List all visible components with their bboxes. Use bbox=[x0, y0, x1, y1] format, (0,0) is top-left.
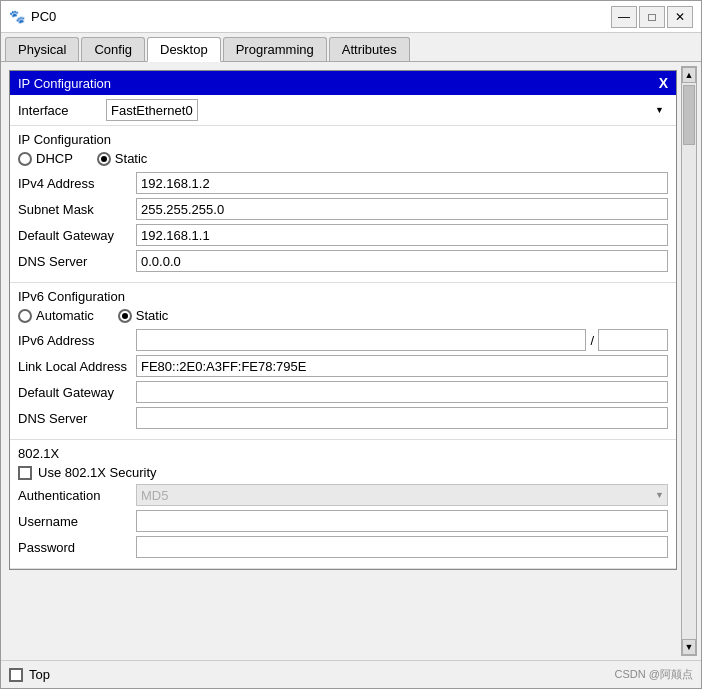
subnet-mask-row: Subnet Mask bbox=[18, 198, 668, 220]
ipv4-address-row: IPv4 Address bbox=[18, 172, 668, 194]
password-row: Password bbox=[18, 536, 668, 558]
ip-config-close-button[interactable]: X bbox=[659, 75, 668, 91]
static-radio[interactable] bbox=[97, 152, 111, 166]
window-close-button[interactable]: ✕ bbox=[667, 6, 693, 28]
dns-server-row: DNS Server bbox=[18, 250, 668, 272]
content-area: IP Configuration X Interface FastEtherne… bbox=[1, 62, 701, 660]
minimize-button[interactable]: — bbox=[611, 6, 637, 28]
ipv6-prefix-input[interactable] bbox=[598, 329, 668, 351]
app-icon: 🐾 bbox=[9, 9, 25, 25]
scrollbar-thumb[interactable] bbox=[683, 85, 695, 145]
ipv4-radio-row: DHCP Static bbox=[18, 151, 668, 166]
subnet-mask-label: Subnet Mask bbox=[18, 202, 128, 217]
ip-config-box: IP Configuration X Interface FastEtherne… bbox=[9, 70, 677, 570]
tab-programming[interactable]: Programming bbox=[223, 37, 327, 61]
ipv4-section: IP Configuration DHCP Static IPv4 Addres… bbox=[10, 126, 676, 283]
title-bar-left: 🐾 PC0 bbox=[9, 9, 56, 25]
ipv6-static-label: Static bbox=[136, 308, 169, 323]
interface-select[interactable]: FastEthernet0 bbox=[106, 99, 198, 121]
ipv6-auto-label: Automatic bbox=[36, 308, 94, 323]
window: 🐾 PC0 — □ ✕ Physical Config Desktop Prog… bbox=[0, 0, 702, 689]
use-dot1x-row: Use 802.1X Security bbox=[18, 465, 668, 480]
ipv6-auto-option[interactable]: Automatic bbox=[18, 308, 94, 323]
watermark: CSDN @阿颠点 bbox=[615, 667, 693, 682]
interface-row: Interface FastEthernet0 bbox=[10, 95, 676, 126]
scrollbar-track[interactable] bbox=[682, 83, 696, 639]
interface-label: Interface bbox=[18, 103, 98, 118]
auth-select-wrapper: MD5 bbox=[136, 484, 668, 506]
maximize-button[interactable]: □ bbox=[639, 6, 665, 28]
static-option[interactable]: Static bbox=[97, 151, 148, 166]
dns-server-input[interactable] bbox=[136, 250, 668, 272]
ipv6-gateway-label: Default Gateway bbox=[18, 385, 128, 400]
password-label: Password bbox=[18, 540, 128, 555]
title-controls: — □ ✕ bbox=[611, 6, 693, 28]
ipv4-address-label: IPv4 Address bbox=[18, 176, 128, 191]
interface-select-wrapper: FastEthernet0 bbox=[106, 99, 668, 121]
tabs-bar: Physical Config Desktop Programming Attr… bbox=[1, 33, 701, 62]
dot1x-section: 802.1X Use 802.1X Security Authenticatio… bbox=[10, 440, 676, 569]
username-row: Username bbox=[18, 510, 668, 532]
ipv4-address-input[interactable] bbox=[136, 172, 668, 194]
default-gateway-row: Default Gateway bbox=[18, 224, 668, 246]
ipv6-section-title: IPv6 Configuration bbox=[18, 289, 668, 304]
password-input[interactable] bbox=[136, 536, 668, 558]
ip-config-title: IP Configuration bbox=[18, 76, 111, 91]
dot1x-title: 802.1X bbox=[18, 446, 668, 461]
default-gateway-label: Default Gateway bbox=[18, 228, 128, 243]
auth-label: Authentication bbox=[18, 488, 128, 503]
dhcp-radio[interactable] bbox=[18, 152, 32, 166]
ipv6-dns-label: DNS Server bbox=[18, 411, 128, 426]
ipv6-address-input[interactable] bbox=[136, 329, 586, 351]
tab-config[interactable]: Config bbox=[81, 37, 145, 61]
top-label: Top bbox=[29, 667, 50, 682]
use-dot1x-checkbox[interactable] bbox=[18, 466, 32, 480]
link-local-row: Link Local Address bbox=[18, 355, 668, 377]
ipv6-section: IPv6 Configuration Automatic Static IPv6… bbox=[10, 283, 676, 440]
ipv6-static-radio[interactable] bbox=[118, 309, 132, 323]
tab-physical[interactable]: Physical bbox=[5, 37, 79, 61]
tab-desktop[interactable]: Desktop bbox=[147, 37, 221, 62]
ipv6-address-row: IPv6 Address / bbox=[18, 329, 668, 351]
tab-attributes[interactable]: Attributes bbox=[329, 37, 410, 61]
title-bar: 🐾 PC0 — □ ✕ bbox=[1, 1, 701, 33]
dns-server-label: DNS Server bbox=[18, 254, 128, 269]
username-input[interactable] bbox=[136, 510, 668, 532]
ipv6-address-label: IPv6 Address bbox=[18, 333, 128, 348]
bottom-bar: Top CSDN @阿颠点 bbox=[1, 660, 701, 688]
subnet-mask-input[interactable] bbox=[136, 198, 668, 220]
ipv6-slash: / bbox=[590, 333, 594, 348]
auth-select[interactable]: MD5 bbox=[136, 484, 668, 506]
ipv6-gateway-input[interactable] bbox=[136, 381, 668, 403]
top-checkbox[interactable] bbox=[9, 668, 23, 682]
ipv6-gateway-row: Default Gateway bbox=[18, 381, 668, 403]
top-checkbox-row: Top bbox=[9, 667, 50, 682]
dhcp-label: DHCP bbox=[36, 151, 73, 166]
auth-row: Authentication MD5 bbox=[18, 484, 668, 506]
link-local-label: Link Local Address bbox=[18, 359, 128, 374]
dhcp-option[interactable]: DHCP bbox=[18, 151, 73, 166]
main-panel: IP Configuration X Interface FastEtherne… bbox=[5, 66, 681, 656]
use-dot1x-label: Use 802.1X Security bbox=[38, 465, 157, 480]
username-label: Username bbox=[18, 514, 128, 529]
ipv6-radio-row: Automatic Static bbox=[18, 308, 668, 323]
default-gateway-input[interactable] bbox=[136, 224, 668, 246]
scroll-up-button[interactable]: ▲ bbox=[682, 67, 696, 83]
scrollbar[interactable]: ▲ ▼ bbox=[681, 66, 697, 656]
window-title: PC0 bbox=[31, 9, 56, 24]
ipv6-dns-row: DNS Server bbox=[18, 407, 668, 429]
link-local-input[interactable] bbox=[136, 355, 668, 377]
ipv6-static-option[interactable]: Static bbox=[118, 308, 169, 323]
ip-config-header: IP Configuration X bbox=[10, 71, 676, 95]
ipv4-section-title: IP Configuration bbox=[18, 132, 668, 147]
scroll-down-button[interactable]: ▼ bbox=[682, 639, 696, 655]
static-label: Static bbox=[115, 151, 148, 166]
ipv6-auto-radio[interactable] bbox=[18, 309, 32, 323]
ipv6-dns-input[interactable] bbox=[136, 407, 668, 429]
